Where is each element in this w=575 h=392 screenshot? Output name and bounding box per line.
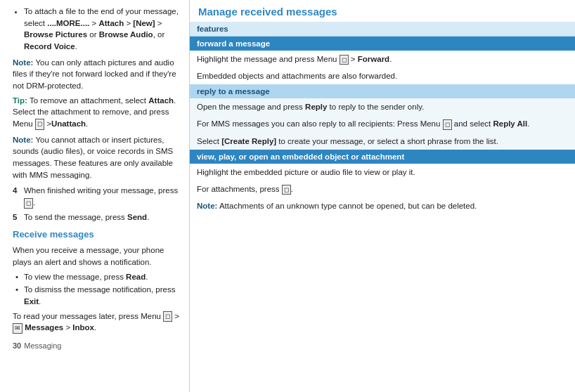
- step-4: 4 When finished writing your message, pr…: [13, 185, 181, 208]
- note1-label: Note:: [13, 58, 33, 67]
- left-column: To attach a file to the end of your mess…: [0, 0, 190, 392]
- tip-label: Tip:: [13, 96, 27, 105]
- features-header-cell: features: [190, 22, 575, 37]
- reply-content-2: For MMS messages you can also reply to a…: [190, 115, 575, 132]
- forward-text-2: Embedded objects and attachments are als…: [190, 67, 575, 84]
- forward-content-1: Highlight the message and press Menu ◻ >…: [190, 51, 575, 67]
- view-text-3: Note: Attachments of an unknown type can…: [190, 197, 575, 214]
- receive-intro: When you receive a message, your phone p…: [13, 244, 181, 268]
- forward-header-cell: forward a message: [190, 37, 575, 51]
- tip-text: To remove an attachment, select Attach. …: [13, 96, 176, 128]
- note-1: Note: You can only attach pictures and a…: [13, 57, 181, 92]
- bullet-read: • To view the message, press Read.: [13, 271, 181, 283]
- view-text-2: For attachments, press ◻.: [190, 181, 575, 197]
- bullet-attach: To attach a file to the end of your mess…: [24, 6, 181, 53]
- forward-header-row: forward a message: [190, 37, 575, 51]
- note1-text: You can only attach pictures and audio f…: [13, 58, 176, 90]
- step4-text: When finished writing your message, pres…: [24, 185, 181, 208]
- view-header-cell: view, play, or open an embedded object o…: [190, 150, 575, 164]
- view-text-1: Highlight the embedded picture or audio …: [190, 164, 575, 181]
- forward-content-2: Embedded objects and attachments are als…: [190, 67, 575, 84]
- page-number: 30: [13, 341, 21, 352]
- step5-text: To send the message, press Send.: [24, 211, 149, 223]
- note-2: Note: You cannot attach or insert pictur…: [13, 134, 181, 181]
- bullet-dismiss: • To dismiss the message notification, p…: [13, 284, 181, 307]
- features-table: features forward a message Highlight the…: [190, 22, 575, 214]
- receive-messages-heading: Receive messages: [13, 228, 181, 242]
- features-header-row: features: [190, 22, 575, 37]
- forward-text-1: Highlight the message and press Menu ◻ >…: [190, 51, 575, 67]
- reply-header-row: reply to a message: [190, 84, 575, 98]
- reply-text-2: For MMS messages you can also reply to a…: [190, 115, 575, 132]
- manage-heading: Manage received messages: [190, 0, 575, 22]
- note2-text: You cannot attach or insert pictures, so…: [13, 136, 173, 179]
- reply-header-cell: reply to a message: [190, 84, 575, 98]
- note2-label: Note:: [13, 136, 33, 144]
- step4-num: 4: [13, 185, 21, 208]
- view-content-2: For attachments, press ◻.: [190, 181, 575, 197]
- view-content-1: Highlight the embedded picture or audio …: [190, 164, 575, 181]
- reply-text-3: Select [Create Reply] to create your mes…: [190, 133, 575, 150]
- view-header-row: view, play, or open an embedded object o…: [190, 150, 575, 164]
- reply-content-1: Open the message and press Reply to repl…: [190, 98, 575, 115]
- page-footer: 30 Messaging: [13, 341, 181, 352]
- right-column: Manage received messages features forwar…: [190, 0, 575, 392]
- step-5: 5 To send the message, press Send.: [13, 211, 181, 223]
- inbox-line: To read your messages later, press Menu …: [13, 311, 181, 334]
- tip-1: Tip: To remove an attachment, select Att…: [13, 95, 181, 130]
- page-label: Messaging: [24, 341, 61, 352]
- reply-text-1: Open the message and press Reply to repl…: [190, 98, 575, 115]
- reply-content-3: Select [Create Reply] to create your mes…: [190, 133, 575, 150]
- view-content-3: Note: Attachments of an unknown type can…: [190, 197, 575, 214]
- step5-num: 5: [13, 211, 21, 223]
